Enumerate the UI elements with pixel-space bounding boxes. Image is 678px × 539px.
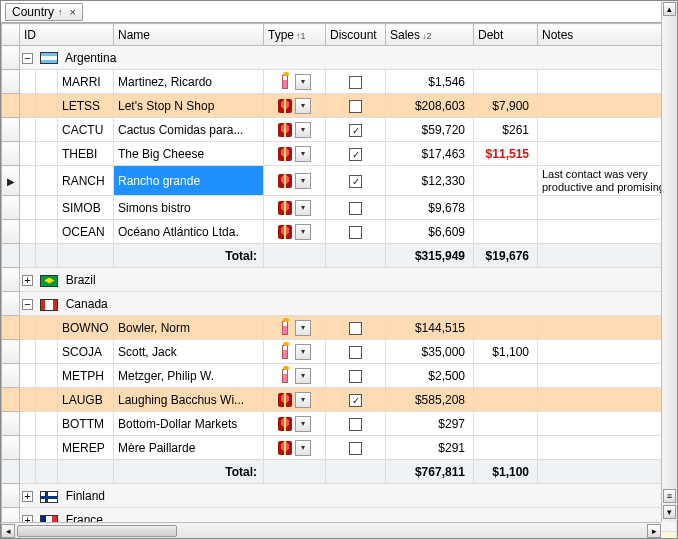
group-chip-country[interactable]: Country ↑ × [5, 3, 83, 21]
cell-name[interactable]: Martinez, Ricardo [114, 70, 264, 94]
group-row-canada[interactable]: − Canada [2, 292, 677, 316]
dropdown-icon[interactable]: ▾ [295, 344, 311, 360]
cell-name[interactable]: Let's Stop N Shop [114, 94, 264, 118]
discount-checkbox[interactable] [349, 124, 362, 137]
table-row[interactable]: MEREP Mère Paillarde ▾ $291 [2, 436, 677, 460]
scroll-right-button[interactable]: ▸ [647, 524, 661, 538]
table-row[interactable]: SCOJA Scott, Jack ▾ $35,000 $1,100 [2, 340, 677, 364]
cell-type[interactable]: ▾ [264, 70, 326, 94]
total-sales: $767,811 [386, 460, 474, 484]
cell-id: METPH [58, 364, 114, 388]
cell-name[interactable]: Océano Atlántico Ltda. [114, 220, 264, 244]
dropdown-icon[interactable]: ▾ [295, 392, 311, 408]
dropdown-icon[interactable]: ▾ [295, 320, 311, 336]
group-label: Finland [66, 489, 105, 503]
column-header-discount[interactable]: Discount [326, 24, 386, 46]
table-row[interactable]: LETSS Let's Stop N Shop ▾ $208,603 $7,90… [2, 94, 677, 118]
current-row-arrow-icon: ▶ [7, 176, 15, 187]
total-label: Total: [114, 460, 264, 484]
column-header-type[interactable]: Type↑1 [264, 24, 326, 46]
discount-checkbox[interactable] [349, 418, 362, 431]
discount-checkbox[interactable] [349, 346, 362, 359]
cell-name[interactable]: Rancho grande [114, 166, 264, 196]
group-row-finland[interactable]: + Finland [2, 484, 677, 508]
collapse-icon[interactable]: − [22, 299, 33, 310]
discount-checkbox[interactable] [349, 322, 362, 335]
cell-name[interactable]: Scott, Jack [114, 340, 264, 364]
table-row[interactable]: ▶ RANCH Rancho grande ▾ $12,330 Last con… [2, 166, 677, 196]
cell-name[interactable]: Metzger, Philip W. [114, 364, 264, 388]
dropdown-icon[interactable]: ▾ [295, 416, 311, 432]
scroll-top-button[interactable]: ▴ [663, 2, 676, 16]
table-row[interactable]: SIMOB Simons bistro ▾ $9,678 [2, 196, 677, 220]
dropdown-icon[interactable]: ▾ [295, 368, 311, 384]
cell-name[interactable]: Laughing Bacchus Wi... [114, 388, 264, 412]
discount-checkbox[interactable] [349, 175, 362, 188]
column-header-notes[interactable]: Notes [538, 24, 677, 46]
cell-notes [538, 118, 677, 142]
table-row[interactable]: LAUGB Laughing Bacchus Wi... ▾ $585,208 [2, 388, 677, 412]
group-row-brazil[interactable]: + Brazil [2, 268, 677, 292]
cell-name[interactable]: The Big Cheese [114, 142, 264, 166]
group-row-argentina[interactable]: − Argentina [2, 46, 677, 70]
vertical-scrollbar[interactable]: ▴ ≡ ▾ [661, 1, 677, 522]
dropdown-icon[interactable]: ▾ [295, 200, 311, 216]
customer-type-icon [278, 393, 292, 407]
table-row[interactable]: OCEAN Océano Atlántico Ltda. ▾ $6,609 [2, 220, 677, 244]
cell-name[interactable]: Mère Paillarde [114, 436, 264, 460]
table-row[interactable]: METPH Metzger, Philip W. ▾ $2,500 [2, 364, 677, 388]
scrollbar-track[interactable] [17, 524, 645, 538]
filter-panel-button[interactable]: ≡ [663, 489, 676, 503]
collapse-icon[interactable]: − [22, 53, 33, 64]
table-row[interactable]: CACTU Cactus Comidas para... ▾ $59,720 $… [2, 118, 677, 142]
expand-icon[interactable]: + [22, 491, 33, 502]
dropdown-icon[interactable]: ▾ [295, 146, 311, 162]
expand-icon[interactable]: + [22, 275, 33, 286]
cell-notes [538, 142, 677, 166]
customize-button[interactable]: ▾ [663, 505, 676, 519]
dropdown-icon[interactable]: ▾ [295, 224, 311, 240]
dropdown-icon[interactable]: ▾ [295, 98, 311, 114]
cell-name[interactable]: Bowler, Norm [114, 316, 264, 340]
customer-type-icon [282, 321, 288, 335]
horizontal-scrollbar[interactable]: ◂ ▸ [1, 522, 661, 538]
group-label: Argentina [65, 51, 116, 65]
group-total-row-argentina: Total: $315,949 $19,676 [2, 244, 677, 268]
column-header-name[interactable]: Name [114, 24, 264, 46]
dropdown-icon[interactable]: ▾ [295, 122, 311, 138]
dropdown-icon[interactable]: ▾ [295, 440, 311, 456]
column-header-sales[interactable]: Sales↓2 [386, 24, 474, 46]
cell-debt [474, 364, 538, 388]
cell-notes [538, 340, 677, 364]
scrollbar-thumb[interactable] [17, 525, 177, 537]
dropdown-icon[interactable]: ▾ [295, 74, 311, 90]
table-row[interactable]: BOTTM Bottom-Dollar Markets ▾ $297 [2, 412, 677, 436]
close-icon[interactable]: × [67, 6, 76, 18]
table-row[interactable]: BOWNO Bowler, Norm ▾ $144,515 [2, 316, 677, 340]
table-row[interactable]: THEBI The Big Cheese ▾ $17,463 $11,515 [2, 142, 677, 166]
cell-name[interactable]: Cactus Comidas para... [114, 118, 264, 142]
cell-name[interactable]: Bottom-Dollar Markets [114, 412, 264, 436]
discount-checkbox[interactable] [349, 148, 362, 161]
cell-name[interactable]: Simons bistro [114, 196, 264, 220]
customer-type-icon [278, 441, 292, 455]
discount-checkbox[interactable] [349, 442, 362, 455]
discount-checkbox[interactable] [349, 100, 362, 113]
cell-debt [474, 436, 538, 460]
column-header-id[interactable]: ID [20, 24, 114, 46]
discount-checkbox[interactable] [349, 370, 362, 383]
scroll-left-button[interactable]: ◂ [1, 524, 15, 538]
cell-debt [474, 166, 538, 196]
cell-sales: $291 [386, 436, 474, 460]
discount-checkbox[interactable] [349, 202, 362, 215]
dropdown-icon[interactable]: ▾ [295, 173, 311, 189]
discount-checkbox[interactable] [349, 76, 362, 89]
table-row[interactable]: MARRI Martinez, Ricardo ▾ $1,546 [2, 70, 677, 94]
row-indicator [2, 46, 20, 70]
discount-checkbox[interactable] [349, 394, 362, 407]
row-indicator [2, 70, 20, 94]
discount-checkbox[interactable] [349, 226, 362, 239]
flag-finland-icon [40, 491, 58, 503]
total-debt: $1,100 [474, 460, 538, 484]
column-header-debt[interactable]: Debt [474, 24, 538, 46]
